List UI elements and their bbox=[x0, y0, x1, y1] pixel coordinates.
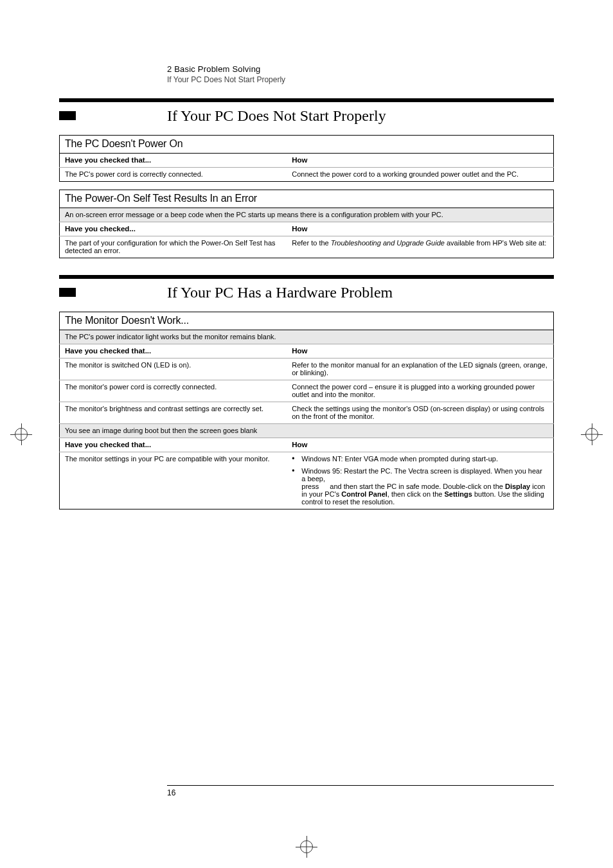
chapter-number-title: 2 Basic Problem Solving bbox=[167, 64, 554, 74]
how-em: Troubleshooting and Upgrade Guide bbox=[331, 239, 445, 247]
heading-1: If Your PC Does Not Start Properly bbox=[167, 107, 554, 125]
chapter-heading: 2 Basic Problem Solving If Your PC Does … bbox=[167, 64, 554, 84]
shade-intro-monitor: The PC's power indicator light works but… bbox=[60, 330, 554, 344]
bold-control-panel: Control Panel bbox=[341, 490, 387, 498]
cell-how: Connect the power cord to a working grou… bbox=[287, 168, 553, 182]
b2-line1: Windows 95: Restart the PC. The Vectra s… bbox=[301, 467, 542, 483]
bullet-row-2: • Windows 95: Restart the PC. The Vectra… bbox=[292, 467, 548, 506]
cell-checked: The monitor is switched ON (LED is on). bbox=[60, 359, 287, 380]
cell-how: • Windows NT: Enter VGA mode when prompt… bbox=[287, 452, 553, 509]
heading-block-1: If Your PC Does Not Start Properly bbox=[59, 107, 554, 125]
shade-intro-post: An on-screen error message or a beep cod… bbox=[60, 208, 554, 222]
heading-tab-1 bbox=[59, 111, 76, 120]
page-body: 2 Basic Problem Solving If Your PC Does … bbox=[59, 39, 554, 517]
th-how: How bbox=[287, 222, 553, 236]
running-head: If Your PC Does Not Start Properly bbox=[167, 75, 554, 84]
cell-how: Connect the power cord – ensure it is pl… bbox=[287, 380, 553, 402]
cell-how: Refer to the Troubleshooting and Upgrade… bbox=[287, 236, 553, 258]
bullet-text: Windows NT: Enter VGA mode when prompted… bbox=[301, 455, 547, 463]
footer-rule bbox=[167, 785, 554, 786]
cell-checked: The monitor settings in your PC are comp… bbox=[60, 452, 287, 509]
bullet-row-1: • Windows NT: Enter VGA mode when prompt… bbox=[292, 455, 548, 463]
section-title-post: The Power-On Self Test Results In an Err… bbox=[60, 190, 554, 208]
shade-mid-monitor: You see an image during boot but then th… bbox=[60, 424, 554, 438]
cell-checked: The monitor's power cord is correctly co… bbox=[60, 380, 287, 402]
section-title-poweron: The PC Doesn't Power On bbox=[60, 136, 554, 154]
th-how: How bbox=[287, 154, 553, 168]
crop-mark-bottom bbox=[296, 836, 317, 858]
how-suffix: available from HP's Web site at: bbox=[445, 239, 546, 247]
th-checked: Have you checked that... bbox=[60, 344, 287, 359]
page-number: 16 bbox=[167, 788, 554, 797]
bold-display: Display bbox=[505, 483, 530, 490]
th-checked: Have you checked... bbox=[60, 222, 287, 236]
bullet-icon: • bbox=[292, 455, 299, 463]
rule-thick-1 bbox=[59, 98, 554, 102]
th-checked: Have you checked that... bbox=[60, 438, 287, 452]
table-monitor: The Monitor Doesn't Work... The PC's pow… bbox=[59, 312, 554, 509]
how-prefix: Refer to the bbox=[292, 239, 331, 247]
heading-2: If Your PC Has a Hardware Problem bbox=[167, 284, 554, 301]
rule-thick-2 bbox=[59, 275, 554, 279]
cell-checked: The part of your configuration for which… bbox=[60, 236, 287, 258]
bullet-text: Windows 95: Restart the PC. The Vectra s… bbox=[301, 467, 547, 506]
bold-settings: Settings bbox=[445, 490, 472, 498]
cell-how: Check the settings using the monitor's O… bbox=[287, 402, 553, 424]
press-label: press bbox=[301, 483, 319, 490]
heading-block-2: If Your PC Has a Hardware Problem bbox=[59, 284, 554, 301]
crop-mark-right bbox=[581, 423, 603, 445]
th-checked: Have you checked that... bbox=[60, 154, 287, 168]
page-footer: 16 bbox=[59, 785, 554, 797]
cell-checked: The monitor's brightness and contrast se… bbox=[60, 402, 287, 424]
section-title-monitor: The Monitor Doesn't Work... bbox=[60, 312, 554, 330]
b2-line2c: , then click on the bbox=[387, 490, 445, 498]
b2-line2a: and then start the PC in safe mode. Doub… bbox=[330, 483, 505, 490]
heading-tab-2 bbox=[59, 288, 76, 297]
cell-how: Refer to the monitor manual for an expla… bbox=[287, 359, 553, 380]
th-how: How bbox=[287, 344, 553, 359]
th-how: How bbox=[287, 438, 553, 452]
cell-checked: The PC's power cord is correctly connect… bbox=[60, 168, 287, 182]
table-poweron: The PC Doesn't Power On Have you checked… bbox=[59, 135, 554, 182]
bullet-icon: • bbox=[292, 467, 299, 475]
table-post: The Power-On Self Test Results In an Err… bbox=[59, 190, 554, 258]
crop-mark-left bbox=[10, 423, 32, 445]
